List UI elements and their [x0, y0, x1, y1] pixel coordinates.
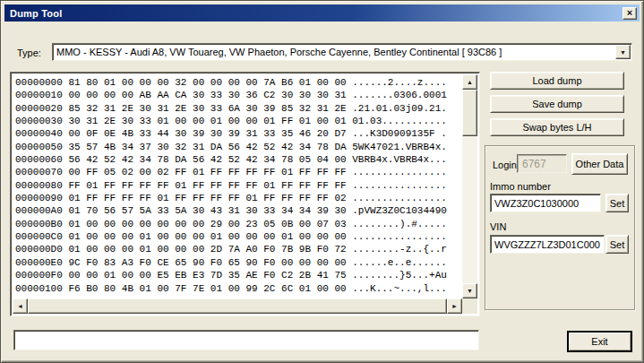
scroll-left-button[interactable]: ◄	[13, 298, 28, 314]
exit-button[interactable]: Exit	[567, 331, 632, 352]
hex-row: 00000100 F6 B0 80 4B 01 00 7F 7E 01 00 9…	[15, 282, 462, 295]
hex-row: 000000F0 00 00 01 00 00 E5 EB E3 7D 35 A…	[15, 269, 462, 281]
hex-row: 00000000 81 80 01 00 00 00 32 00 00 00 0…	[15, 76, 462, 89]
save-dump-button[interactable]: Save dump	[490, 95, 624, 113]
hex-row: 00000040 00 0F 0E 4B 33 44 30 39 30 39 3…	[15, 127, 462, 140]
login-label: Login	[493, 160, 517, 170]
chevron-down-icon: ▼	[620, 49, 626, 56]
type-selected-value: MMO - KESSY - Audi A8, VW Touareg, VW Ph…	[56, 47, 612, 57]
immo-number-field[interactable]: VWZ3Z0C1030000	[490, 194, 601, 212]
hex-row: 00000060 56 42 52 42 34 78 DA 56 42 52 4…	[15, 153, 462, 166]
window-title: Dump Tool	[10, 8, 623, 19]
vin-label: VIN	[490, 221, 506, 232]
scroll-down-button[interactable]: ▼	[462, 283, 477, 298]
hex-rows: 00000000 81 80 01 00 00 00 32 00 00 00 0…	[13, 74, 462, 298]
hex-row: 000000C0 01 00 00 00 01 00 00 00 01 00 0…	[15, 230, 462, 243]
hex-row: 00000030 30 31 2E 30 33 01 00 00 01 00 0…	[15, 115, 462, 127]
vin-set-button[interactable]: Set	[605, 235, 629, 254]
scrollbar-corner	[462, 298, 477, 314]
type-combobox[interactable]: MMO - KESSY - Audi A8, VW Touareg, VW Ph…	[52, 43, 632, 61]
load-dump-button[interactable]: Load dump	[490, 72, 624, 90]
other-data-button[interactable]: Other Data	[571, 153, 628, 175]
hex-row: 00000010 00 00 00 00 AB AA CA 30 33 30 3…	[15, 89, 462, 101]
scroll-up-button[interactable]: ▲	[462, 74, 477, 90]
vin-field[interactable]: WVGZZZ7LZ3D01C000	[490, 235, 605, 254]
close-button[interactable]: ×	[623, 7, 637, 20]
arrow-down-icon: ▼	[467, 288, 473, 294]
hex-row: 00000050 35 57 4B 34 37 30 32 31 DA 56 4…	[15, 141, 462, 153]
swap-bytes-button[interactable]: Swap bytes L/H	[490, 118, 624, 136]
hex-row: 00000090 01 FF FF FF FF 01 FF FF FF FF 0…	[15, 192, 462, 204]
arrow-up-icon: ▲	[467, 79, 473, 85]
horizontal-scrollbar[interactable]: ◄ ►	[13, 298, 462, 314]
immo-set-button[interactable]: Set	[605, 194, 629, 212]
vertical-scrollbar[interactable]: ▲ ▼	[462, 74, 477, 298]
hex-row: 000000B0 01 00 00 00 00 00 00 00 29 00 2…	[15, 218, 462, 230]
type-label: Type:	[17, 48, 41, 58]
hex-dump-view[interactable]: 00000000 81 80 01 00 00 00 32 00 00 00 0…	[10, 72, 480, 316]
status-input[interactable]	[13, 330, 479, 350]
hex-row: 000000A0 01 70 56 57 5A 33 5A 30 43 31 3…	[15, 204, 462, 217]
hex-row: 000000D0 01 00 00 00 01 00 00 00 2D 7A A…	[15, 243, 462, 255]
scroll-right-button[interactable]: ►	[447, 298, 462, 314]
dump-tool-window: Dump Tool × Type: MMO - KESSY - Audi A8,…	[0, 0, 644, 363]
combo-dropdown-button[interactable]: ▼	[615, 45, 631, 59]
hex-row: 00000080 FF 01 FF FF FF FF 01 FF FF FF F…	[15, 179, 462, 192]
immo-number-label: Immo number	[490, 181, 551, 192]
arrow-left-icon: ◄	[17, 303, 23, 309]
hex-row: 00000070 00 FF 05 02 00 02 FF 01 FF FF F…	[15, 166, 462, 178]
titlebar[interactable]: Dump Tool ×	[4, 4, 640, 22]
arrow-right-icon: ►	[451, 303, 458, 309]
vertical-scroll-thumb[interactable]	[462, 90, 477, 136]
close-icon: ×	[627, 8, 632, 18]
horizontal-scroll-thumb[interactable]	[28, 298, 447, 314]
login-field: 6767	[517, 154, 567, 173]
hex-row: 000000E0 9C F0 83 A3 F0 CE 65 90 F0 65 9…	[15, 256, 462, 269]
hex-row: 00000020 85 32 31 2E 30 31 2E 30 33 6A 3…	[15, 102, 462, 115]
